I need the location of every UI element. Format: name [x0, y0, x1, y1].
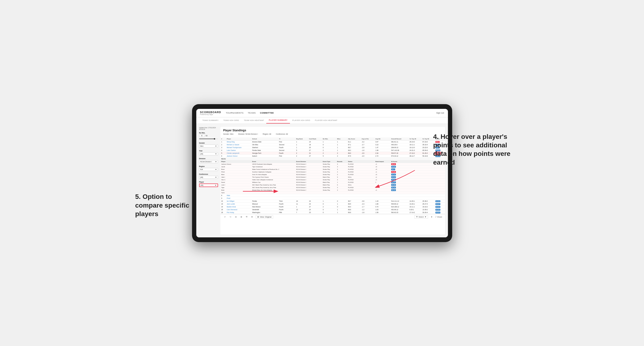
gender-label: Gender: [199, 142, 218, 144]
gender-select[interactable]: Men ▼: [199, 145, 218, 148]
region-label: Region: [199, 166, 218, 167]
year-label: Year: [199, 150, 218, 152]
table-row: 9 Prest: [220, 197, 445, 199]
nav-link-tournaments[interactable]: TOURNAMENTS: [226, 112, 244, 114]
subnav-team-h2h-heatmap[interactable]: TEAM H2H HEATMAP: [242, 117, 266, 124]
no-rds-slider[interactable]: [199, 138, 218, 140]
watch-button[interactable]: 👁 Watch ▼: [414, 215, 428, 219]
undo-button[interactable]: ↩: [223, 215, 227, 218]
annotation-bottom-left: 5. Option to compare specific players: [135, 192, 202, 218]
share-button[interactable]: ⤴ Share: [436, 216, 442, 218]
download-button[interactable]: ⬇: [430, 215, 434, 218]
bottom-toolbar: ↩ ↪ ⊟ ⊞ ⧉ ⚙ ⊞ View: Original 👁: [220, 214, 445, 220]
points-badge: 80.95: [436, 209, 440, 211]
logo-sub: Powered by clippi: [200, 114, 221, 115]
points-badge: 80.58: [436, 200, 440, 202]
player-label: Player: [199, 181, 218, 183]
expanded-header-row: Player Event Event Division Event Type R…: [220, 160, 445, 163]
subnav-player-h2h-grid[interactable]: PLAYER H2H GRID: [290, 117, 313, 124]
conference-label: Conference: [199, 173, 218, 175]
sidebar-year: Year (All) ▼: [199, 150, 218, 156]
panel-filters: Gender: Men Division: NCAA Division I Re…: [223, 133, 442, 135]
zoom-out-button[interactable]: ⊟: [234, 215, 238, 218]
table-row: 5 Christo Lamprecht Georgia Tech Fourth …: [220, 152, 445, 155]
nav-link-committee[interactable]: COMMITTEE: [260, 112, 274, 114]
points-badge: 80.02: [436, 206, 440, 208]
subnav-player-h2h-heatmap[interactable]: PLAYER H2H HEATMAP: [313, 117, 340, 124]
nav-links: TOURNAMENTS TEAMS COMMITTEE: [226, 112, 436, 114]
subnav-team-summary[interactable]: TEAM SUMMARY: [200, 117, 221, 124]
table-row-niche: Niche: [220, 157, 445, 160]
nav-sign-out[interactable]: Sign out: [436, 112, 444, 114]
division-select[interactable]: NCAA Division I ▼: [199, 160, 218, 163]
logo-title: SCOREBOARD: [200, 111, 221, 114]
sub-nav: TEAM SUMMARY TEAM H2H GRID TEAM H2H HEAT…: [196, 117, 448, 124]
sidebar-region: Region N/A ▼: [199, 166, 218, 171]
scene: 4. Hover over a player's points to see a…: [192, 104, 452, 242]
filter-conference: Conference: All: [276, 133, 288, 135]
region-select[interactable]: N/A ▼: [199, 168, 218, 171]
copy-button[interactable]: ⧉: [245, 215, 248, 218]
panel-title: Player Standings: [223, 129, 442, 132]
view-icon: ⊞: [257, 216, 259, 218]
table-row: 23 Jack Lundin Missouri Fourth 11 24 0 1…: [220, 202, 445, 205]
col-reg-rank: Reg Rank: [295, 138, 308, 141]
col-avg-sg: Avg SG: [374, 138, 390, 141]
share-label: Share: [437, 216, 442, 218]
no-rds-min-input[interactable]: [199, 134, 205, 137]
view-label: View: Original: [260, 216, 272, 218]
filter-region: Region: All: [263, 133, 271, 135]
filter-division: Division: NCAA Division I: [238, 133, 258, 135]
watch-chevron: ▼: [424, 216, 426, 218]
table-row: 4 Luke Clanton Florida State Second 5 27…: [220, 149, 445, 152]
sidebar-division: Division NCAA Division I ▼: [199, 158, 218, 163]
conference-select[interactable]: (All) ▼: [199, 176, 218, 179]
settings-button[interactable]: ⚙: [250, 215, 254, 218]
player-select[interactable]: (All) ▼: [199, 183, 218, 187]
col-num: #: [220, 138, 226, 141]
view-original-button[interactable]: ⊞ View: Original: [256, 215, 273, 219]
sidebar-no-rds: No Rds. 52: [199, 132, 218, 140]
col-vs25: Vs Top 25: [408, 138, 422, 141]
col-yr: Yr: [278, 138, 296, 141]
table-row: 26 Petr Hruby Washington Fifth 7 23 0 1 …: [220, 211, 445, 214]
col-no-rds: No Rds.: [322, 138, 336, 141]
sidebar-gender: Gender Men ▼: [199, 142, 218, 148]
table-row: 3 Michael Thorbjornsen Stanford Fourth 1…: [220, 146, 445, 149]
table-row: 22 Ian Gilligan Florida Third 10 24 1 0 …: [220, 199, 445, 202]
nav-link-teams[interactable]: TEAMS: [248, 112, 256, 114]
year-select[interactable]: (All) ▼: [199, 152, 218, 156]
watch-label: Watch: [418, 216, 424, 218]
col-avg-topar: Avg to-Par: [361, 138, 374, 141]
table-row: 6 Jackson Koivun Auburn First 2 27 5 2 6…: [220, 155, 445, 157]
nav-logo: SCOREBOARD Powered by clippi: [200, 111, 221, 115]
panel-header: Player Standings Gender: Men Division: N…: [220, 127, 445, 138]
table-row: 25 Cole Sherwood Vanderbilt Fourth 12 24…: [220, 208, 445, 211]
table-row: Jackson Koivun UNCW Seahawk Intercollegi…: [220, 163, 445, 165]
arrow-top-right: [374, 168, 417, 191]
no-rds-label: No Rds.: [199, 132, 218, 134]
points-badge: 80.27: [436, 203, 440, 205]
table-row: 2 Michael Le Sassie Ole Miss Second 1 18…: [220, 143, 445, 146]
redo-button[interactable]: ↪: [229, 215, 232, 218]
table-row: 1 Wenyi Ding Arizona State First 1 15 1 …: [220, 140, 445, 143]
col-wins: Wins: [336, 138, 347, 141]
col-conf-rank: Conf Rank: [308, 138, 322, 141]
subnav-player-summary[interactable]: PLAYER SUMMARY: [266, 117, 290, 124]
table-row: 24 Bastien Amat New Mexico Fourth 1 27 2…: [220, 205, 445, 208]
table-header-row: # Player School Yr Reg Rank Conf Rank No…: [220, 138, 445, 141]
col-player: Player: [226, 138, 251, 141]
subnav-team-h2h-grid[interactable]: TEAM H2H GRID: [221, 117, 242, 124]
col-school: School: [251, 138, 278, 141]
zoom-in-button[interactable]: ⊞: [240, 215, 243, 218]
share-icon: ⤴: [436, 216, 436, 218]
col-vs50: Vs Top 50: [422, 138, 434, 141]
no-rds-range: 52: [199, 134, 218, 137]
update-time: Update time: 27/01/2024 16:56:26: [199, 127, 218, 130]
col-overall: Overall Record: [390, 138, 408, 141]
sidebar-player: Player (All) ▼: [199, 181, 218, 187]
table-row: Jacob Tiger Invitational NCAA Division I…: [220, 165, 445, 168]
sidebar-conference: Conference (All) ▼: [199, 173, 218, 179]
arrow-bottom-left: [243, 186, 281, 196]
eye-icon: 👁: [416, 216, 418, 218]
